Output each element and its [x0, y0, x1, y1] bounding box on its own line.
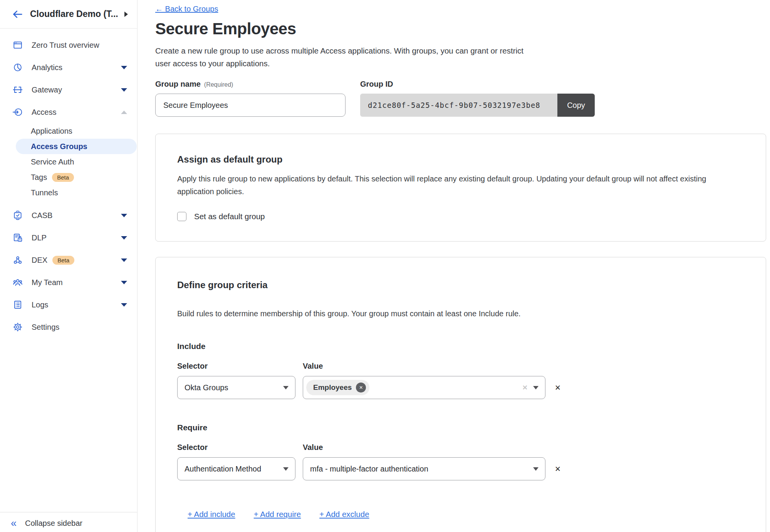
chevron-right-icon[interactable] — [124, 12, 128, 17]
include-section-title: Include — [177, 342, 744, 351]
required-hint: (Required) — [204, 81, 233, 88]
sidebar-item-label: Applications — [31, 127, 72, 136]
group-id-label: Group ID — [360, 80, 393, 89]
page-title: Secure Employees — [155, 20, 770, 38]
team-icon — [13, 277, 23, 287]
account-name: Cloudflare Demo (T... — [30, 9, 118, 19]
sidebar-item-label: Tunnels — [31, 188, 58, 197]
gateway-icon — [13, 85, 23, 95]
sidebar-item-access-groups[interactable]: Access Groups — [16, 139, 137, 154]
sidebar-item-label: Zero Trust overview — [32, 41, 99, 50]
access-icon — [13, 107, 23, 117]
chevron-down-icon — [121, 214, 127, 217]
sidebar-item-zero-trust-overview[interactable]: Zero Trust overview — [0, 34, 137, 56]
add-exclude-link[interactable]: + Add exclude — [319, 510, 369, 519]
sidebar-item-settings[interactable]: Settings — [0, 316, 137, 338]
group-name-label: Group name — [155, 80, 201, 89]
require-selector-dropdown[interactable]: Authentication Method — [177, 457, 295, 480]
criteria-card-description: Build rules to determine membership of t… — [177, 307, 744, 320]
collapse-sidebar-label: Collapse sidebar — [25, 519, 82, 528]
group-name-input[interactable] — [155, 94, 346, 117]
chevron-down-icon — [283, 467, 289, 471]
chevron-down-icon — [121, 281, 127, 284]
include-selector-value: Okta Groups — [185, 383, 228, 392]
require-section-title: Require — [177, 423, 744, 432]
set-default-checkbox-label: Set as default group — [194, 212, 265, 221]
pie-chart-icon — [13, 62, 23, 72]
include-value-label: Value — [303, 362, 323, 371]
chevron-down-icon — [121, 236, 127, 240]
sidebar-item-tunnels[interactable]: Tunnels — [0, 185, 137, 200]
require-value-label: Value — [303, 443, 323, 452]
set-default-checkbox[interactable] — [177, 212, 186, 221]
require-selector-value: Authentication Method — [185, 465, 261, 473]
remove-chip-icon[interactable]: ✕ — [356, 383, 366, 393]
chevron-down-icon — [121, 66, 127, 69]
collapse-icon: « — [11, 518, 17, 529]
sidebar-item-label: Service Auth — [31, 158, 74, 166]
require-rule-row: Authentication Method mfa - multiple-fac… — [177, 457, 744, 480]
chevron-down-icon — [283, 386, 289, 389]
require-value: mfa - multiple-factor authentication — [310, 465, 428, 473]
remove-include-rule-button[interactable]: ✕ — [555, 383, 561, 392]
group-id-value: d21ce80f-5a25-4bcf-9b07-5032197e3be8 — [360, 94, 557, 117]
include-rule-row: Okta Groups Employees ✕ ✕ ✕ — [177, 376, 744, 399]
sidebar-item-my-team[interactable]: My Team — [0, 271, 137, 294]
remove-require-rule-button[interactable]: ✕ — [555, 465, 561, 473]
sidebar-item-gateway[interactable]: Gateway — [0, 79, 137, 101]
sidebar-item-analytics[interactable]: Analytics — [0, 56, 137, 79]
sidebar-header: Cloudflare Demo (T... — [0, 0, 137, 29]
sidebar-item-label: Logs — [32, 300, 48, 309]
criteria-card: Define group criteria Build rules to det… — [155, 257, 766, 532]
chevron-down-icon — [121, 258, 127, 262]
back-to-groups-link[interactable]: ← Back to Groups — [155, 5, 218, 13]
clear-values-icon[interactable]: ✕ — [522, 384, 528, 392]
page-description: Create a new rule group to use across mu… — [155, 44, 527, 70]
group-name-field: Group name (Required) — [155, 80, 346, 117]
sidebar-item-service-auth[interactable]: Service Auth — [0, 154, 137, 170]
sidebar-item-label: Analytics — [32, 63, 62, 72]
include-value-multiselect[interactable]: Employees ✕ ✕ — [303, 376, 545, 399]
copy-button[interactable]: Copy — [557, 94, 595, 117]
collapse-sidebar-button[interactable]: « Collapse sidebar — [0, 512, 137, 529]
sidebar-item-label: DEX — [32, 256, 47, 265]
sidebar-item-label: Access — [32, 108, 56, 117]
chevron-down-icon — [121, 88, 127, 92]
sidebar-item-label: DLP — [32, 233, 47, 242]
chevron-down-icon — [533, 467, 538, 471]
chevron-up-icon — [121, 111, 127, 114]
sidebar-item-casb[interactable]: CASB — [0, 204, 137, 227]
add-require-link[interactable]: + Add require — [254, 510, 301, 519]
sidebar-item-label: Gateway — [32, 86, 62, 94]
value-chip: Employees ✕ — [306, 380, 369, 395]
add-include-link[interactable]: + Add include — [188, 510, 235, 519]
chevron-down-icon — [533, 386, 538, 389]
require-selector-label: Selector — [177, 443, 295, 452]
sidebar-item-logs[interactable]: Logs — [0, 294, 137, 316]
main-content: ← Back to Groups Secure Employees Create… — [138, 0, 770, 532]
default-group-card: Assign as default group Apply this rule … — [155, 134, 766, 242]
sidebar-item-label: My Team — [32, 278, 63, 287]
sidebar-item-dlp[interactable]: DLP — [0, 227, 137, 249]
back-arrow-icon[interactable] — [12, 8, 23, 20]
sidebar-item-label: Settings — [32, 323, 59, 332]
sidebar-item-applications[interactable]: Applications — [0, 123, 137, 139]
include-selector-label: Selector — [177, 362, 295, 371]
rule-actions-row: + Add include + Add require + Add exclud… — [188, 510, 744, 519]
sidebar-item-access[interactable]: Access — [0, 101, 137, 123]
sidebar: Cloudflare Demo (T... Zero Trust overvie… — [0, 0, 138, 532]
require-value-dropdown[interactable]: mfa - multiple-factor authentication — [303, 457, 545, 480]
criteria-card-title: Define group criteria — [177, 280, 744, 290]
value-chip-label: Employees — [313, 383, 352, 392]
include-selector-dropdown[interactable]: Okta Groups — [177, 376, 295, 399]
sidebar-item-label: Access Groups — [31, 142, 87, 151]
sidebar-nav: Zero Trust overview Analytics Gateway Ac… — [0, 29, 137, 338]
sidebar-item-tags[interactable]: Tags Beta — [0, 170, 137, 185]
group-form-row: Group name (Required) Group ID d21ce80f-… — [155, 80, 770, 117]
dex-icon — [13, 255, 23, 265]
set-default-group-row: Set as default group — [177, 212, 744, 221]
sidebar-item-dex[interactable]: DEX Beta — [0, 249, 137, 271]
beta-badge: Beta — [52, 256, 74, 265]
default-group-card-title: Assign as default group — [177, 154, 744, 165]
group-id-field: Group ID d21ce80f-5a25-4bcf-9b07-5032197… — [360, 80, 595, 117]
